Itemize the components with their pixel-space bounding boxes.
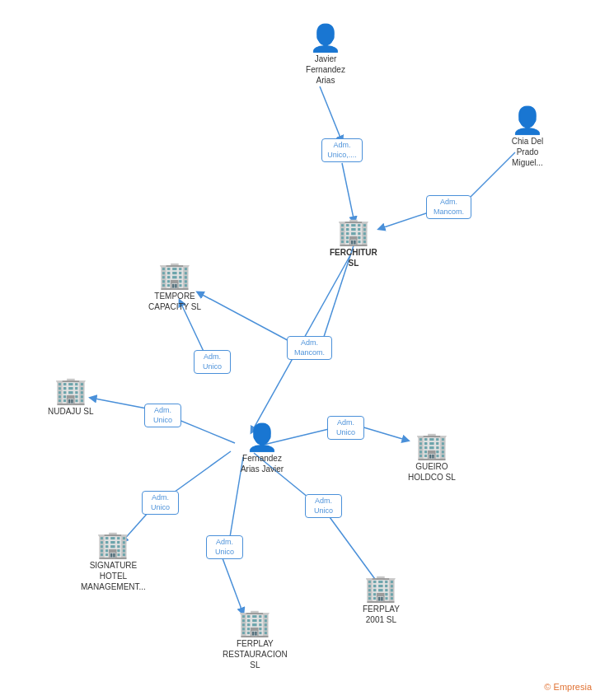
node-label-tempore: TEMPORE CAPACITY SL	[148, 291, 201, 312]
building-icon-nudaju: 🏢	[54, 377, 87, 404]
node-tempore: 🏢 TEMPORE CAPACITY SL	[148, 262, 201, 312]
svg-line-2	[342, 163, 354, 222]
badge-adm-unico-nudaju: Adm.Unico	[144, 404, 181, 427]
node-signature: 🏢 SIGNATURE HOTEL MANAGEMENT...	[81, 531, 146, 592]
badge-adm-unico-ferplay2001: Adm.Unico	[305, 494, 342, 518]
node-gueiro: 🏢 GUEIRO HOLDCO SL	[408, 432, 456, 483]
building-icon-ferchitur: 🏢	[337, 218, 370, 245]
svg-line-4	[379, 212, 429, 229]
node-fernandez-center: 👤 Fernandez Arias Javier	[229, 424, 295, 474]
node-label-ferchitur: FERCHITUR SL	[330, 247, 377, 268]
badge-adm-unico-signature: Adm.Unico	[142, 491, 179, 515]
node-nudaju: 🏢 NUDAJU SL	[48, 377, 94, 417]
diagram-canvas: 👤 Javier Fernandez Arias 👤 Chia Del Prad…	[0, 0, 600, 700]
badge-adm-unico-top: Adm.Unico,....	[321, 138, 363, 162]
node-chia: 👤 Chia Del Prado Miguel...	[495, 107, 560, 168]
svg-line-10	[91, 398, 151, 409]
svg-line-6	[198, 292, 295, 344]
node-label-ferplay2001: FERPLAY 2001 SL	[363, 604, 400, 625]
node-ferplay-rest: 🏢 FERPLAY RESTAURACION SL	[223, 609, 288, 670]
badge-adm-unico-ferplay-rest: Adm.Unico	[206, 535, 243, 559]
svg-line-12	[361, 427, 408, 441]
watermark-brand: E	[554, 682, 560, 692]
svg-line-1	[320, 86, 342, 142]
person-icon-chia: 👤	[511, 107, 544, 133]
node-label-ferplay-rest: FERPLAY RESTAURACION SL	[223, 638, 288, 670]
badge-adm-mancom-right: Adm.Mancom.	[426, 195, 471, 219]
building-icon-gueiro: 🏢	[415, 432, 448, 459]
building-icon-ferplay-rest: 🏢	[238, 609, 271, 636]
person-icon-fernandez: 👤	[246, 424, 279, 450]
badge-adm-unico-tempore: Adm.Unico	[194, 350, 231, 374]
watermark-copyright: ©	[544, 682, 551, 692]
building-icon-ferplay2001: 🏢	[364, 575, 397, 601]
building-icon-signature: 🏢	[96, 531, 129, 558]
node-javier-top: 👤 Javier Fernandez Arias	[293, 25, 359, 86]
node-label-chia: Chia Del Prado Miguel...	[495, 136, 560, 168]
node-ferplay2001: 🏢 FERPLAY 2001 SL	[363, 575, 400, 625]
node-label-javier-top: Javier Fernandez Arias	[293, 54, 359, 86]
badge-adm-mancom-center: Adm.Mancom.	[287, 336, 332, 360]
badge-adm-unico-gueiro: Adm.Unico	[327, 416, 364, 440]
watermark-brand-text: mpresia	[560, 682, 592, 692]
svg-line-18	[223, 558, 243, 614]
node-label-nudaju: NUDAJU SL	[48, 406, 94, 417]
building-icon-tempore: 🏢	[158, 262, 191, 288]
node-ferchitur: 🏢 FERCHITUR SL	[330, 218, 377, 268]
person-icon: 👤	[309, 25, 342, 51]
node-label-signature: SIGNATURE HOTEL MANAGEMENT...	[81, 560, 146, 592]
node-label-gueiro: GUEIRO HOLDCO SL	[408, 461, 456, 483]
node-label-fernandez-center: Fernandez Arias Javier	[229, 453, 295, 474]
watermark: © Empresia	[544, 682, 592, 692]
